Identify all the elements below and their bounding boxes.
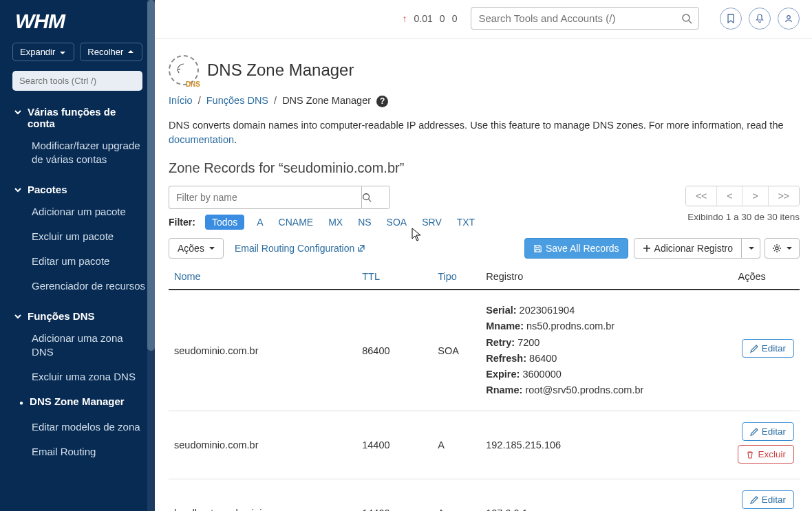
- notifications-button[interactable]: [749, 8, 771, 30]
- col-record: Registro: [480, 264, 732, 290]
- pencil-icon: [750, 428, 758, 436]
- cell-ttl: 14400: [356, 411, 432, 479]
- cell-name: localhost.seudominio.com: [169, 479, 356, 511]
- pager-first[interactable]: <<: [686, 186, 717, 206]
- sidebar-search-input[interactable]: [12, 71, 142, 91]
- bookmark-icon: [726, 14, 736, 23]
- filter-name-input[interactable]: [169, 186, 361, 209]
- upload-arrow-icon: ↑: [403, 13, 407, 24]
- collapse-button[interactable]: Recolher: [80, 43, 142, 61]
- pager: << < > >>: [685, 186, 800, 206]
- pager-info: Exibindo 1 a 30 de 30 itens: [687, 212, 800, 222]
- col-actions: Ações: [732, 264, 800, 290]
- main-content: DNS DNS Zone Manager Início / Funções DN…: [155, 39, 812, 511]
- filter-ns[interactable]: NS: [355, 215, 374, 229]
- svg-point-2: [787, 15, 791, 19]
- expand-button[interactable]: Expandir: [12, 43, 74, 61]
- dns-zone-icon: DNS: [169, 55, 199, 85]
- nav-item-dns-zone-manager[interactable]: DNS Zone Manager: [0, 389, 155, 414]
- edit-button[interactable]: Editar: [742, 339, 794, 358]
- cell-actions: Editar: [732, 290, 800, 411]
- cell-name: seudominio.com.br: [169, 411, 356, 479]
- cell-actions: EditarExcluir: [732, 411, 800, 479]
- nav-item-resource-manager[interactable]: Gerenciador de recursos: [0, 274, 155, 298]
- filter-a[interactable]: A: [254, 215, 266, 229]
- svg-point-0: [683, 14, 690, 21]
- svg-line-1: [689, 21, 692, 23]
- filter-cname[interactable]: CNAME: [276, 215, 317, 229]
- cell-actions: EditarExcluir: [732, 479, 800, 511]
- filter-txt[interactable]: TXT: [454, 215, 478, 229]
- cell-record: 192.185.215.106: [480, 411, 732, 479]
- whm-logo: WHM: [0, 0, 155, 36]
- breadcrumb: Início / Funções DNS / DNS Zone Manager …: [169, 95, 800, 107]
- pager-next[interactable]: >: [742, 186, 768, 206]
- chevron-down-icon: [14, 186, 22, 194]
- add-record-dropdown[interactable]: [742, 238, 760, 259]
- table-row: seudominio.com.br86400SOASerial: 2023061…: [169, 290, 800, 411]
- add-record-button[interactable]: Adicionar Registro: [634, 238, 742, 259]
- col-type[interactable]: Tipo: [432, 264, 480, 290]
- cell-ttl: 86400: [356, 290, 432, 411]
- cell-type: SOA: [432, 290, 480, 411]
- save-all-button[interactable]: Save All Records: [524, 238, 628, 259]
- bookmark-button[interactable]: [720, 8, 742, 30]
- pager-prev[interactable]: <: [717, 186, 742, 206]
- pager-last[interactable]: >>: [769, 186, 799, 206]
- svg-line-4: [369, 199, 372, 202]
- nav-item-delete-package[interactable]: Excluir um pacote: [0, 224, 155, 249]
- intro-text: DNS converts domain names into computer-…: [169, 118, 800, 149]
- external-link-icon: [357, 244, 365, 252]
- chevron-down-icon: [14, 312, 22, 320]
- sidebar: WHM Expandir Recolher Várias funções de …: [0, 0, 155, 511]
- nav-item-add-zone[interactable]: Adicionar uma zona DNS: [0, 326, 155, 365]
- cell-type: A: [432, 479, 480, 511]
- actions-dropdown[interactable]: Ações: [169, 238, 224, 259]
- nav-item-add-package[interactable]: Adicionar um pacote: [0, 199, 155, 224]
- help-icon[interactable]: ?: [376, 96, 388, 107]
- pencil-icon: [750, 345, 758, 353]
- arrow-up-icon: [127, 48, 135, 56]
- topbar: ↑ 0.01 0 0: [155, 0, 812, 39]
- server-stats: ↑ 0.01 0 0: [403, 13, 458, 24]
- nav-item-modify-upgrade[interactable]: Modificar/fazer upgrade de várias contas: [0, 133, 155, 173]
- sidebar-scrollbar-thumb[interactable]: [147, 0, 155, 351]
- filter-srv[interactable]: SRV: [419, 215, 445, 229]
- filter-soa[interactable]: SOA: [384, 215, 410, 229]
- filter-search-button[interactable]: [361, 186, 390, 209]
- nav-item-delete-zone[interactable]: Excluir uma zona DNS: [0, 365, 155, 389]
- global-search-input[interactable]: [471, 7, 699, 30]
- page-title: DNS Zone Manager: [207, 61, 354, 80]
- save-icon: [533, 244, 542, 253]
- nav-section-packages[interactable]: Pacotes: [0, 178, 155, 199]
- arrow-down-icon: [58, 48, 67, 56]
- email-routing-link[interactable]: Email Routing Configuration: [235, 243, 365, 254]
- delete-button[interactable]: Excluir: [738, 445, 794, 464]
- documentation-link[interactable]: documentation: [169, 134, 234, 145]
- nav-item-email-routing[interactable]: Email Routing: [0, 439, 155, 464]
- breadcrumb-dns-functions[interactable]: Funções DNS: [206, 95, 268, 106]
- edit-button[interactable]: Editar: [742, 490, 794, 509]
- nav-item-edit-package[interactable]: Editar um pacote: [0, 249, 155, 274]
- account-button[interactable]: [778, 8, 800, 30]
- nav-section-dns[interactable]: Funções DNS: [0, 305, 155, 326]
- filter-mx[interactable]: MX: [325, 215, 345, 229]
- dns-records-table: Nome TTL Tipo Registro Ações seudominio.…: [169, 264, 800, 511]
- cell-record: 127.0.0.1: [480, 479, 732, 511]
- col-name[interactable]: Nome: [169, 264, 356, 290]
- edit-button[interactable]: Editar: [742, 422, 794, 441]
- table-row: localhost.seudominio.com14400A127.0.0.1E…: [169, 479, 800, 511]
- cell-type: A: [432, 411, 480, 479]
- plus-icon: [643, 244, 651, 252]
- search-icon: [362, 193, 372, 202]
- cell-name: seudominio.com.br: [169, 290, 356, 411]
- nav-item-edit-zone-templates[interactable]: Editar modelos de zona: [0, 415, 155, 439]
- table-row: seudominio.com.br14400A192.185.215.106Ed…: [169, 411, 800, 479]
- filter-all[interactable]: Todos: [205, 215, 244, 230]
- settings-dropdown[interactable]: [765, 238, 800, 259]
- nav-section-multi[interactable]: Várias funções de conta: [0, 100, 155, 133]
- chevron-down-icon: [14, 108, 22, 116]
- svg-point-5: [776, 247, 778, 250]
- breadcrumb-home[interactable]: Início: [169, 95, 193, 106]
- col-ttl[interactable]: TTL: [356, 264, 432, 290]
